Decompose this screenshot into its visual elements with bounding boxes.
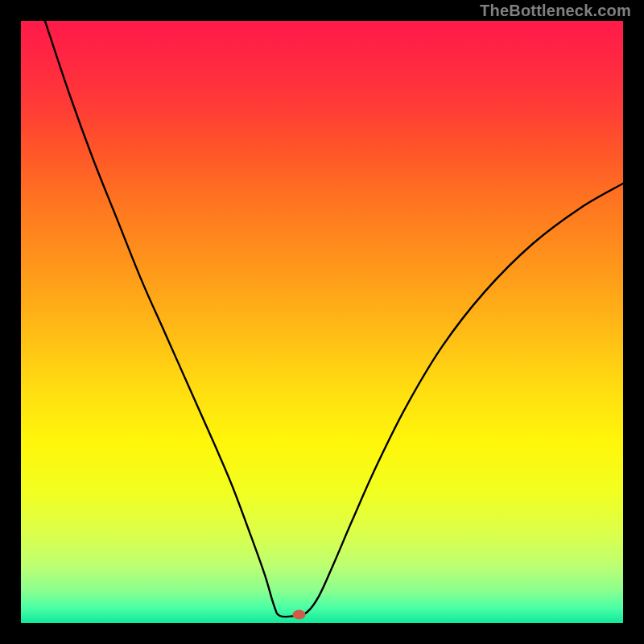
bottleneck-chart <box>21 21 623 623</box>
watermark-text: TheBottleneck.com <box>480 2 631 20</box>
chart-container: TheBottleneck.com <box>0 0 644 644</box>
optimum-marker <box>293 610 306 620</box>
gradient-background <box>21 21 623 623</box>
plot-area <box>21 21 623 623</box>
